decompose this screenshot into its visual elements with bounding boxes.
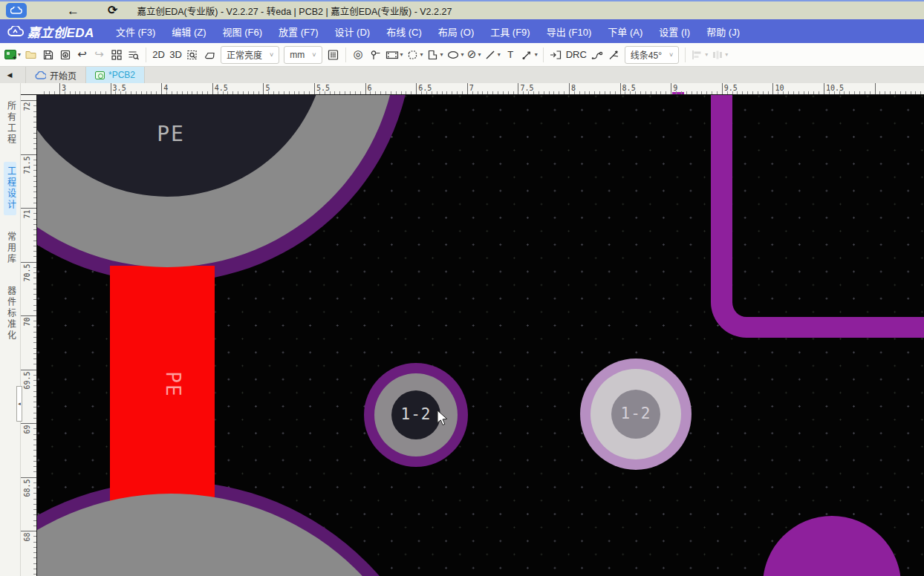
menu-route[interactable]: 布线 (C) <box>378 19 430 43</box>
menu-view[interactable]: 视图 (F6) <box>215 19 270 43</box>
bottom-layer-circle[interactable] <box>763 516 901 576</box>
import-change-button[interactable] <box>547 45 565 64</box>
save-image-button[interactable] <box>56 45 74 64</box>
ruler-label: 72 <box>23 102 31 132</box>
polygon-tool-button[interactable]: ▾ <box>425 45 445 64</box>
sidebar-item-component-standardization[interactable]: 器件标准化 <box>4 281 17 346</box>
ruler-minor-tick <box>227 91 228 94</box>
menu-design[interactable]: 设计 (D) <box>326 19 378 43</box>
line-tool-button[interactable]: ▾ <box>483 45 502 64</box>
menu-help[interactable]: 帮助 (J) <box>698 19 748 43</box>
ruler-minor-tick <box>33 574 36 575</box>
ruler-minor-tick <box>401 91 402 94</box>
ruler-minor-tick <box>574 91 575 94</box>
ruler-major-tick <box>21 531 37 531</box>
zoom-select-button[interactable] <box>184 45 201 64</box>
ruler-minor-tick <box>223 91 224 94</box>
view-2d-button[interactable]: 2D <box>150 45 167 64</box>
ruler-major-tick <box>161 83 162 95</box>
ruler-minor-tick <box>192 91 192 94</box>
ruler-minor-tick <box>482 91 483 94</box>
ruler-minor-tick <box>33 380 36 381</box>
ruler-minor-tick <box>33 327 36 327</box>
menu-file[interactable]: 文件 (F3) <box>108 19 163 43</box>
ruler-minor-tick <box>33 504 36 505</box>
pad-bottom-left-copper[interactable] <box>37 494 435 576</box>
ruler-minor-tick <box>813 91 814 94</box>
drc-button[interactable]: DRC <box>565 45 588 64</box>
menu-export[interactable]: 导出 (F10) <box>539 19 600 43</box>
unit-select[interactable]: mm˅ <box>284 46 322 64</box>
fill-region-tool-button[interactable]: ▾ <box>405 45 425 64</box>
ruler-label: 5.5 <box>316 84 330 92</box>
ruler-major-tick <box>671 83 671 95</box>
panel-collapse-handle[interactable]: ◂ <box>16 386 22 422</box>
ruler-label: 9.5 <box>724 84 738 92</box>
menu-place[interactable]: 放置 (F7) <box>270 19 326 43</box>
ruler-minor-tick <box>732 91 733 94</box>
ruler-minor-tick <box>70 91 71 94</box>
ruler-minor-tick <box>33 461 36 462</box>
pad-tool-button[interactable]: ▾ <box>384 45 405 64</box>
sidebar-item-all-projects[interactable]: 所有工程 <box>4 96 17 150</box>
ruler-minor-tick <box>33 299 36 300</box>
menu-settings[interactable]: 设置 (I) <box>651 19 698 43</box>
menu-edit[interactable]: 编辑 (Z) <box>163 19 214 43</box>
menu-order[interactable]: 下单 (A) <box>599 19 651 43</box>
ruler-minor-tick <box>90 91 91 94</box>
ruler-minor-tick <box>900 91 901 94</box>
view-3d-button[interactable]: 3D <box>167 45 184 64</box>
route-single-button[interactable] <box>588 45 605 64</box>
ruler-minor-tick <box>681 91 682 94</box>
pcb-canvas[interactable]: PE PE 1-2 1-2 <box>37 95 924 576</box>
keepout-tool-button[interactable]: ⊘▾ <box>466 45 483 64</box>
collapse-panel-arrow-icon[interactable]: ◀ <box>0 67 19 83</box>
tab-start-page[interactable]: 开始页 <box>25 67 86 83</box>
ruler-minor-tick <box>172 91 172 94</box>
cloud-logo-icon <box>7 26 24 36</box>
ruler-minor-tick <box>692 91 692 94</box>
board-preview-button[interactable] <box>201 45 218 64</box>
netlist-search-button[interactable] <box>125 45 142 64</box>
ruler-minor-tick <box>375 91 376 94</box>
grid-settings-button[interactable] <box>325 45 342 64</box>
refresh-icon[interactable]: ⟳ <box>108 4 117 16</box>
ruler-minor-tick <box>783 91 784 94</box>
sidebar-item-project-design[interactable]: 工程设计 <box>4 162 17 215</box>
ruler-minor-tick <box>33 348 36 349</box>
text-tool-button[interactable]: T <box>502 45 519 64</box>
undo-button[interactable]: ↩ <box>74 45 91 64</box>
route-diff-button[interactable] <box>605 45 622 64</box>
back-arrow-icon[interactable]: ← <box>67 4 79 17</box>
tab-pcb2[interactable]: *PCB2 <box>86 67 145 83</box>
ruler-minor-tick <box>33 364 36 364</box>
menu-layout[interactable]: 布局 (O) <box>430 19 482 43</box>
ruler-label: 70.5 <box>23 264 31 293</box>
measure-tool-button[interactable]: ▾ <box>519 45 539 64</box>
pin-tool-button[interactable] <box>367 45 384 64</box>
ruler-minor-tick <box>33 509 36 510</box>
line-angle-select[interactable]: 线条45°˅ <box>625 46 679 64</box>
via-tool-button[interactable]: ◎ <box>350 45 367 64</box>
ruler-minor-tick <box>676 91 677 94</box>
new-pcb-button[interactable]: ▾ <box>3 45 22 64</box>
open-folder-button[interactable] <box>22 45 39 64</box>
tab-label: *PCB2 <box>108 70 135 80</box>
ruler-minor-tick <box>33 186 36 187</box>
sidebar-item-common-library[interactable]: 常用库 <box>4 227 17 269</box>
ruler-minor-tick <box>33 105 36 106</box>
ruler-minor-tick <box>33 181 36 182</box>
save-button[interactable] <box>39 45 56 64</box>
panel-layout-button[interactable] <box>108 45 125 64</box>
ruler-minor-tick <box>640 91 641 94</box>
ruler-minor-tick <box>33 413 36 413</box>
ruler-minor-tick <box>33 229 36 230</box>
main-toolbar: ▾↩↪2D3D正常亮度˅mm˅◎▾▾▾▾⊘▾▾T▾DRC线条45°˅▾▾ <box>0 43 924 67</box>
board-outline-corner[interactable] <box>711 95 924 338</box>
ruler-minor-tick <box>33 294 36 295</box>
menu-tools[interactable]: 工具 (F9) <box>482 19 538 43</box>
brightness-select[interactable]: 正常亮度˅ <box>221 46 279 64</box>
ellipse-tool-button[interactable]: ▾ <box>445 45 466 64</box>
ruler-minor-tick <box>248 91 249 94</box>
toolbar-separator <box>685 48 686 62</box>
